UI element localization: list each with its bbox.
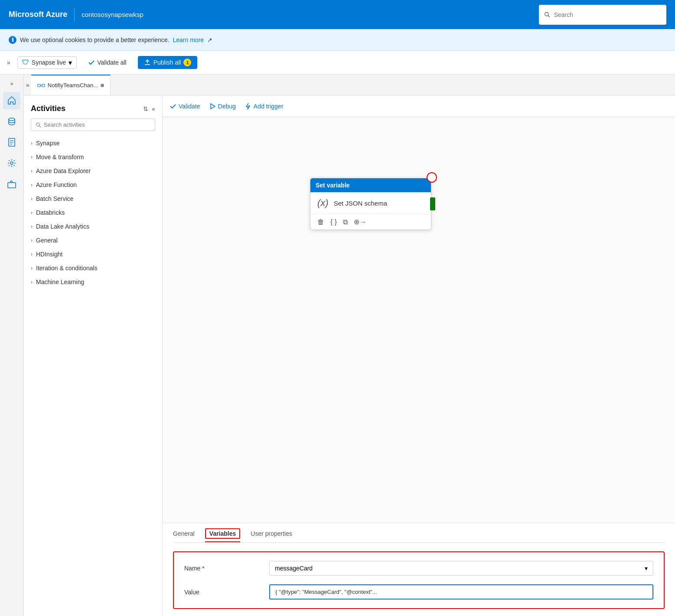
set-variable-card[interactable]: Set variable (x) Set JSON schema 🗑 { } ⧉… [310, 178, 431, 230]
code-icon[interactable]: { } [330, 218, 337, 226]
lightning-icon [245, 103, 251, 110]
tab-label: NotifiyTeamsChan... [48, 82, 98, 88]
search-activities-icon [36, 122, 41, 128]
tab-modified-indicator [101, 84, 104, 87]
dropdown-chevron-icon: ▾ [645, 565, 648, 572]
collapse-sidebar-button[interactable]: » [9, 79, 15, 88]
synapse-badge[interactable]: 🛡 Synapse live ▾ [17, 56, 77, 69]
chevron-right-icon: › [31, 251, 33, 257]
form-row-name: Name * messageCard ▾ [184, 561, 653, 576]
svg-line-1 [548, 15, 550, 17]
activity-group-data-lake-analytics[interactable]: › Data Lake Analytics [24, 220, 162, 233]
chevron-right-icon: › [31, 154, 33, 160]
activity-group-machine-learning[interactable]: › Machine Learning [24, 275, 162, 289]
variables-tab-label: Variables [205, 528, 241, 539]
chevron-right-icon: › [31, 223, 33, 229]
chevron-right-icon: › [31, 196, 33, 202]
debug-button[interactable]: Debug [209, 103, 236, 110]
sidebar-item-settings[interactable] [3, 154, 20, 172]
cookie-text: We use optional cookies to provide a bet… [20, 36, 170, 43]
activity-group-label: Azure Data Explorer [36, 167, 91, 174]
topbar: Microsoft Azure contososynapsewksp [0, 0, 675, 29]
collapse-activities-icon[interactable]: ⇅ [143, 105, 148, 112]
activity-group-move-transform[interactable]: › Move & transform [24, 150, 162, 164]
activity-group-azure-data-explorer[interactable]: › Azure Data Explorer [24, 164, 162, 178]
connect-icon[interactable]: ⊕→ [354, 218, 366, 226]
card-label: Set JSON schema [334, 200, 387, 207]
svg-marker-14 [211, 104, 215, 109]
validate-all-button[interactable]: Validate all [84, 57, 130, 68]
activity-group-label: Machine Learning [36, 279, 84, 285]
search-activities-box[interactable] [31, 118, 155, 131]
search-icon [544, 11, 551, 18]
activity-group-label: Synapse [36, 140, 59, 147]
chevron-right-icon: › [31, 182, 33, 188]
search-input[interactable] [554, 11, 661, 18]
activity-group-hdinsight[interactable]: › HDInsight [24, 247, 162, 261]
value-label: Value [184, 589, 262, 596]
bottom-tabs: General Variables User properties [173, 530, 665, 543]
close-activities-icon[interactable]: « [152, 105, 155, 112]
svg-rect-10 [42, 84, 45, 87]
activity-group-general[interactable]: › General [24, 233, 162, 247]
form-row-value: Value [184, 584, 653, 600]
value-input[interactable] [269, 584, 653, 600]
sidebar-item-document[interactable] [3, 134, 20, 151]
checkmark-icon [88, 59, 95, 66]
chevron-right-icon: › [31, 265, 33, 271]
cookie-banner: ℹ We use optional cookies to provide a b… [0, 29, 675, 51]
tab-user-properties[interactable]: User properties [251, 530, 292, 542]
sidebar-item-database[interactable] [3, 113, 20, 130]
secondary-toolbar: » 🛡 Synapse live ▾ Validate all Publish … [0, 51, 675, 75]
activity-group-label: Iteration & conditionals [36, 265, 98, 272]
publish-all-button[interactable]: Publish all 1 [138, 56, 198, 69]
card-footer: 🗑 { } ⧉ ⊕→ [310, 214, 431, 229]
activity-group-label: HDInsight [36, 251, 62, 258]
tab-variables[interactable]: Variables [205, 530, 241, 542]
learn-more-link[interactable]: Learn more [173, 36, 204, 43]
collapse-button[interactable]: » [7, 59, 10, 66]
canvas-area: Validate Debug Add trigger [163, 95, 675, 616]
activity-group-databricks[interactable]: › Databricks [24, 206, 162, 220]
expand-panel-button[interactable]: » [26, 82, 29, 88]
activity-group-iteration-conditionals[interactable]: › Iteration & conditionals [24, 261, 162, 275]
delete-icon[interactable]: 🗑 [317, 218, 324, 226]
search-activities-input[interactable] [44, 121, 150, 128]
pipeline-icon [37, 82, 45, 89]
activity-group-label: Move & transform [36, 154, 84, 161]
variable-icon: (x) [317, 197, 329, 209]
svg-rect-9 [38, 84, 40, 87]
activities-title: Activities [31, 104, 65, 113]
sidebar-item-home[interactable] [3, 92, 20, 109]
name-value: messageCard [275, 565, 313, 572]
info-icon: ℹ [9, 36, 16, 44]
validate-button[interactable]: Validate [170, 103, 200, 110]
pipeline-tab[interactable]: NotifiyTeamsChan... [31, 75, 111, 95]
brand-title: Microsoft Azure [9, 10, 67, 19]
synapse-icon: 🛡 [22, 59, 29, 66]
green-success-indicator [430, 197, 435, 210]
name-dropdown[interactable]: messageCard ▾ [269, 561, 653, 576]
synapse-label: Synapse live [32, 59, 66, 66]
activity-group-label: Databricks [36, 209, 65, 216]
sidebar-item-briefcase[interactable] [3, 175, 20, 193]
activities-actions: ⇅ « [143, 105, 155, 112]
tab-general[interactable]: General [173, 530, 195, 542]
topbar-divider [74, 8, 75, 21]
checkmark-icon [170, 103, 176, 110]
add-trigger-button[interactable]: Add trigger [245, 103, 283, 110]
activity-group-label: Data Lake Analytics [36, 223, 89, 230]
activity-group-batch-service[interactable]: › Batch Service [24, 192, 162, 206]
chevron-right-icon: › [31, 279, 33, 285]
svg-point-2 [9, 118, 15, 121]
activity-group-synapse[interactable]: › Synapse [24, 136, 162, 150]
search-box[interactable] [539, 5, 666, 25]
main-layout: » » NotifiyTeamsChan.. [0, 75, 675, 616]
activities-list: › Synapse › Move & transform › Azure Dat… [24, 136, 162, 616]
activity-group-azure-function[interactable]: › Azure Function [24, 178, 162, 192]
svg-point-0 [545, 12, 548, 16]
svg-point-12 [36, 123, 39, 126]
card-body: (x) Set JSON schema [310, 192, 431, 214]
bottom-panel: General Variables User properties Name * [163, 523, 675, 616]
copy-icon[interactable]: ⧉ [343, 218, 348, 226]
